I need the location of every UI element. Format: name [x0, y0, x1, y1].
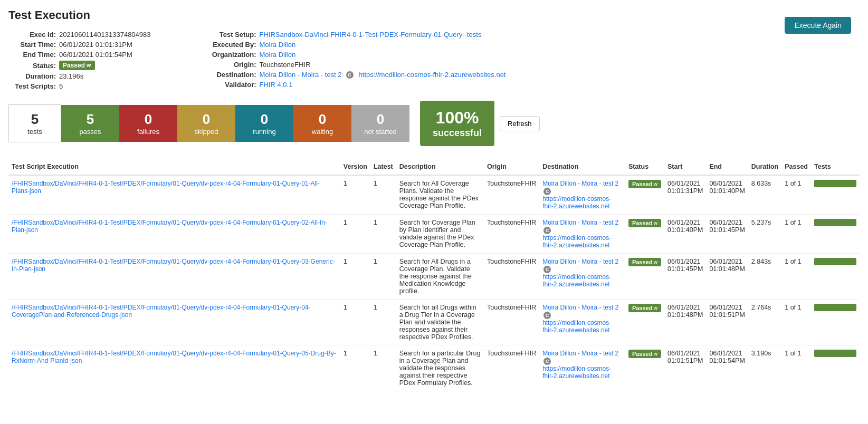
not-started-label: not started	[364, 128, 396, 136]
cell-status: PassedW	[625, 254, 664, 300]
cell-status: PassedW	[625, 215, 664, 254]
script-link[interactable]: /FHIRSandbox/DaVinci/FHIR4-0-1-Test/PDEX…	[12, 180, 320, 195]
cell-origin: TouchstoneFHIR	[484, 175, 539, 215]
organization-label: Organization:	[198, 51, 256, 59]
destination-name-link[interactable]: Moira Dillon - Moira - test 2	[542, 350, 618, 357]
cell-destination: Moira Dillon - Moira - test 2 C https://…	[539, 215, 625, 254]
script-link[interactable]: /FHIRSandbox/DaVinci/FHIR4-0-1-Test/PDEX…	[12, 304, 311, 319]
col-header-version: Version	[340, 159, 370, 175]
col-header-description: Description	[396, 159, 484, 175]
cell-origin: TouchstoneFHIR	[484, 215, 539, 254]
destination-url-link[interactable]: https://modillon-cosmos-fhir-2.azurewebs…	[542, 195, 611, 210]
validator-link[interactable]: FHIR 4.0.1	[260, 81, 293, 89]
destination-url-link[interactable]: https://modillon-cosmos-fhir-2.azurewebs…	[542, 319, 611, 334]
cell-tests	[811, 215, 860, 254]
destination-name-link[interactable]: Moira Dillon - Moira - test 2	[542, 258, 618, 265]
cell-status: PassedW	[625, 300, 664, 345]
status-badge: PassedW	[628, 258, 661, 266]
cell-version: 1	[340, 254, 370, 300]
script-link[interactable]: /FHIRSandbox/DaVinci/FHIR4-0-1-Test/PDEX…	[12, 350, 336, 364]
cell-start: 06/01/202101:01:40PM	[664, 215, 706, 254]
script-link[interactable]: /FHIRSandbox/DaVinci/FHIR4-0-1-Test/PDEX…	[12, 258, 335, 273]
destination-link[interactable]: Moira Dillon - Moira - test 2	[260, 71, 342, 79]
col-header-script: Test Script Execution	[8, 159, 340, 175]
destination-url-link[interactable]: https://modillon-cosmos-fhir-2.azurewebs…	[542, 365, 611, 380]
progress-bar	[814, 304, 856, 311]
destination-url-link[interactable]: https://modillon-cosmos-fhir-2.azurewebs…	[542, 273, 611, 288]
c-badge: C	[543, 188, 551, 195]
c-badge: C	[543, 266, 551, 273]
cell-status: PassedW	[625, 175, 664, 215]
c-badge: C	[346, 71, 354, 79]
cell-latest: 1	[370, 215, 396, 254]
cell-start: 06/01/202101:01:51PM	[664, 345, 706, 391]
origin-label: Origin:	[198, 61, 256, 69]
failures-label: failures	[137, 128, 159, 136]
c-badge: C	[543, 227, 551, 234]
col-header-duration: Duration	[748, 159, 781, 175]
execute-again-button[interactable]: Execute Again	[785, 17, 851, 34]
cell-end: 06/01/202101:01:45PM	[706, 215, 748, 254]
destination-name-link[interactable]: Moira Dillon - Moira - test 2	[542, 180, 618, 187]
cell-version: 1	[340, 215, 370, 254]
col-header-latest: Latest	[370, 159, 396, 175]
page-title: Test Execution	[8, 8, 860, 22]
col-header-origin: Origin	[484, 159, 539, 175]
cell-tests	[811, 345, 860, 391]
status-badge: PassedW	[628, 219, 661, 227]
cell-latest: 1	[370, 300, 396, 345]
cell-script: /FHIRSandbox/DaVinci/FHIR4-0-1-Test/PDEX…	[8, 215, 340, 254]
refresh-button[interactable]: Refresh	[500, 116, 540, 131]
cell-description: Search for Coverage Plan by Plan identif…	[396, 215, 484, 254]
not-started-count: 0	[377, 111, 384, 128]
table-row: /FHIRSandbox/DaVinci/FHIR4-0-1-Test/PDEX…	[8, 175, 860, 215]
tests-summary-box: 5 tests	[8, 104, 61, 142]
origin-value: TouchstoneFHIR	[260, 61, 311, 69]
end-time-value: 06/01/2021 01:01:54PM	[59, 51, 132, 59]
status-badge: PassedW	[628, 180, 661, 188]
table-row: /FHIRSandbox/DaVinci/FHIR4-0-1-Test/PDEX…	[8, 345, 860, 391]
waiting-count: 0	[319, 111, 326, 128]
cell-destination: Moira Dillon - Moira - test 2 C https://…	[539, 175, 625, 215]
cell-start: 06/01/202101:01:45PM	[664, 254, 706, 300]
cell-latest: 1	[370, 175, 396, 215]
c-badge: C	[543, 358, 551, 365]
cell-end: 06/01/202101:01:51PM	[706, 300, 748, 345]
running-label: running	[253, 128, 275, 136]
success-box: 100% successful	[420, 101, 494, 146]
end-time-label: End Time:	[8, 51, 56, 59]
organization-link[interactable]: Moira Dillon	[260, 51, 296, 59]
cell-end: 06/01/202101:01:40PM	[706, 175, 748, 215]
progress-bar	[814, 219, 856, 226]
cell-version: 1	[340, 345, 370, 391]
cell-end: 06/01/202101:01:48PM	[706, 254, 748, 300]
test-setup-link[interactable]: FHIRSandbox-DaVinci-FHIR4-0-1-Test-PDEX-…	[260, 31, 482, 38]
cell-passed: 1 of 1	[781, 300, 811, 345]
destination-url-link[interactable]: https://modillon-cosmos-fhir-2.azurewebs…	[359, 71, 506, 79]
destination-name-link[interactable]: Moira Dillon - Moira - test 2	[542, 304, 618, 311]
skipped-count: 0	[203, 111, 210, 128]
destination-name-link[interactable]: Moira Dillon - Moira - test 2	[542, 219, 618, 226]
table-row: /FHIRSandbox/DaVinci/FHIR4-0-1-Test/PDEX…	[8, 254, 860, 300]
executed-by-link[interactable]: Moira Dillon	[260, 41, 296, 49]
cell-tests	[811, 175, 860, 215]
failures-count: 0	[145, 111, 152, 128]
cell-script: /FHIRSandbox/DaVinci/FHIR4-0-1-Test/PDEX…	[8, 175, 340, 215]
duration-label: Duration:	[8, 72, 56, 80]
cell-origin: TouchstoneFHIR	[484, 345, 539, 391]
c-badge: C	[543, 312, 551, 319]
waiting-label: waiting	[312, 128, 333, 136]
cell-status: PassedW	[625, 345, 664, 391]
cell-tests	[811, 254, 860, 300]
tests-label: tests	[27, 128, 42, 136]
cell-script: /FHIRSandbox/DaVinci/FHIR4-0-1-Test/PDEX…	[8, 254, 340, 300]
test-setup-label: Test Setup:	[198, 31, 256, 38]
start-time-label: Start Time:	[8, 41, 56, 49]
destination-url-link[interactable]: https://modillon-cosmos-fhir-2.azurewebs…	[542, 234, 611, 249]
cell-passed: 1 of 1	[781, 175, 811, 215]
script-link[interactable]: /FHIRSandbox/DaVinci/FHIR4-0-1-Test/PDEX…	[12, 219, 327, 234]
test-results-table-container: Test Script Execution Version Latest Des…	[8, 159, 860, 391]
cell-start: 06/01/202101:01:31PM	[664, 175, 706, 215]
cell-duration: 5.237s	[748, 215, 781, 254]
cell-description: Search for all Drugs within a Drug Tier …	[396, 300, 484, 345]
